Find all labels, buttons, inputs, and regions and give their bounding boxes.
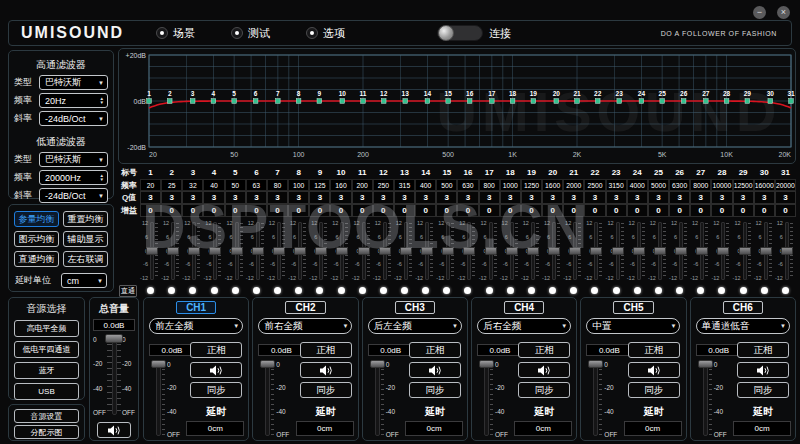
band-gain-cell[interactable]: 0 xyxy=(584,204,605,217)
band-q-cell[interactable]: 3 xyxy=(288,191,309,204)
band-marker[interactable] xyxy=(276,99,281,104)
band-gain-cell[interactable]: 0 xyxy=(754,204,775,217)
band-q-cell[interactable]: 3 xyxy=(225,191,246,204)
source-highlevel-button[interactable]: 高电平全频 xyxy=(14,320,79,337)
menu-radio-test[interactable]: 测试 xyxy=(231,26,270,41)
close-button[interactable]: × xyxy=(777,6,790,19)
band-gain-slider[interactable]: 1260-6-12 xyxy=(669,220,690,282)
band-gain-cell[interactable]: 0 xyxy=(648,204,669,217)
channel-delay-value[interactable]: 0cm xyxy=(624,421,682,436)
connect-toggle[interactable] xyxy=(437,25,483,41)
band-marker[interactable] xyxy=(704,99,709,104)
master-volume-slider[interactable]: 0-20-40OFF 0-20-40OFF xyxy=(90,334,138,418)
band-bypass-radio[interactable] xyxy=(507,287,514,294)
channel-delay-value[interactable]: 0cm xyxy=(405,421,463,436)
band-bypass-radio[interactable] xyxy=(676,287,683,294)
slider-handle[interactable] xyxy=(781,247,793,255)
band-gain-slider[interactable]: 1260-6-12 xyxy=(457,220,478,282)
slider-handle[interactable] xyxy=(400,247,412,255)
band-gain-cell[interactable]: 0 xyxy=(288,204,309,217)
band-gain-slider[interactable]: 1260-6-12 xyxy=(754,220,775,282)
channel-title-chip[interactable]: CH5 xyxy=(613,301,653,314)
band-q-cell[interactable]: 3 xyxy=(733,191,754,204)
channel-mute-button[interactable] xyxy=(737,362,789,378)
band-marker[interactable] xyxy=(361,99,366,104)
band-gain-cell[interactable]: 0 xyxy=(690,204,711,217)
band-gain-slider[interactable]: 1260-6-12 xyxy=(182,220,203,282)
hpf-type-select[interactable]: 巴特沃斯 ▼ xyxy=(39,75,108,90)
band-gain-slider[interactable]: 1260-6-12 xyxy=(373,220,394,282)
channel-title-chip[interactable]: CH1 xyxy=(176,301,216,314)
channel-volume-slider[interactable]: 0-20-40OFF xyxy=(260,360,300,439)
parametric-eq-button[interactable]: 参量均衡 xyxy=(14,211,59,227)
band-gain-slider[interactable]: 1260-6-12 xyxy=(775,220,796,282)
channel-sync-button[interactable]: 同步 xyxy=(628,382,680,398)
band-marker[interactable] xyxy=(381,99,386,104)
band-q-cell[interactable]: 3 xyxy=(161,191,182,204)
band-q-cell[interactable]: 3 xyxy=(457,191,478,204)
band-gain-cell[interactable]: 0 xyxy=(711,204,732,217)
band-marker[interactable] xyxy=(724,99,729,104)
band-q-cell[interactable]: 3 xyxy=(627,191,648,204)
channel-mute-button[interactable] xyxy=(409,362,461,378)
lpf-slope-select[interactable]: -24dB/Oct ▼ xyxy=(39,188,108,203)
slider-handle[interactable] xyxy=(421,247,433,255)
band-bypass-radio[interactable] xyxy=(570,287,577,294)
channel-sync-button[interactable]: 同步 xyxy=(190,382,242,398)
delay-unit-select[interactable]: cm ▼ xyxy=(61,273,107,288)
band-bypass-radio[interactable] xyxy=(274,287,281,294)
slider-handle[interactable] xyxy=(167,247,179,255)
band-gain-cell[interactable]: 0 xyxy=(775,204,796,217)
band-gain-slider[interactable]: 1260-6-12 xyxy=(690,220,711,282)
band-gain-cell[interactable]: 0 xyxy=(500,204,521,217)
master-mute-button[interactable] xyxy=(97,422,131,438)
hpf-slope-select[interactable]: -24dB/Oct ▼ xyxy=(39,111,108,126)
band-marker[interactable] xyxy=(253,99,258,104)
band-marker[interactable] xyxy=(681,99,686,104)
slider-handle[interactable] xyxy=(273,247,285,255)
slider-handle[interactable] xyxy=(612,247,624,255)
graphic-eq-button[interactable]: 图示均衡 xyxy=(14,231,59,247)
band-bypass-radio[interactable] xyxy=(464,287,471,294)
channel-mode-select[interactable]: 中置▼ xyxy=(586,318,680,334)
band-q-cell[interactable]: 3 xyxy=(394,191,415,204)
band-gain-cell[interactable]: 0 xyxy=(394,204,415,217)
band-bypass-radio[interactable] xyxy=(549,287,556,294)
band-marker[interactable] xyxy=(147,99,152,104)
band-q-cell[interactable]: 3 xyxy=(415,191,436,204)
band-bypass-radio[interactable] xyxy=(359,287,366,294)
channel-mode-select[interactable]: 前右全频▼ xyxy=(258,318,352,334)
band-gain-slider[interactable]: 1260-6-12 xyxy=(542,220,563,282)
slider-handle[interactable] xyxy=(569,247,581,255)
slider-handle[interactable] xyxy=(717,247,729,255)
band-gain-cell[interactable]: 0 xyxy=(330,204,351,217)
band-marker[interactable] xyxy=(639,99,644,104)
eq-curve-chart[interactable]: UMISOUND12345678910111213141516171819202… xyxy=(118,48,796,164)
band-marker[interactable] xyxy=(403,99,408,104)
band-marker[interactable] xyxy=(595,99,600,104)
band-q-cell[interactable]: 3 xyxy=(606,191,627,204)
channel-sync-button[interactable]: 同步 xyxy=(409,382,461,398)
channel-phase-button[interactable]: 正相 xyxy=(190,342,242,358)
band-bypass-radio[interactable] xyxy=(486,287,493,294)
channel-mode-select[interactable]: 后右全频▼ xyxy=(477,318,571,334)
channel-mute-button[interactable] xyxy=(190,362,242,378)
band-q-cell[interactable]: 3 xyxy=(309,191,330,204)
channel-mute-button[interactable] xyxy=(518,362,570,378)
band-gain-cell[interactable]: 0 xyxy=(309,204,330,217)
band-gain-slider[interactable]: 1260-6-12 xyxy=(563,220,584,282)
channel-phase-button[interactable]: 正相 xyxy=(409,342,461,358)
channel-delay-value[interactable]: 0cm xyxy=(296,421,354,436)
band-bypass-radio[interactable] xyxy=(740,287,747,294)
source-bluetooth-button[interactable]: 蓝牙 xyxy=(14,362,79,379)
reset-eq-button[interactable]: 重置均衡 xyxy=(63,211,108,227)
slider-handle[interactable] xyxy=(588,360,603,368)
band-q-cell[interactable]: 3 xyxy=(711,191,732,204)
source-lowlevel-button[interactable]: 低电平四通道 xyxy=(14,341,79,358)
band-marker[interactable] xyxy=(425,99,430,104)
band-marker[interactable] xyxy=(789,99,794,104)
channel-title-chip[interactable]: CH2 xyxy=(285,301,325,314)
channel-title-chip[interactable]: CH6 xyxy=(723,301,763,314)
band-gain-cell[interactable]: 0 xyxy=(203,204,224,217)
band-gain-slider[interactable]: 1260-6-12 xyxy=(140,220,161,282)
